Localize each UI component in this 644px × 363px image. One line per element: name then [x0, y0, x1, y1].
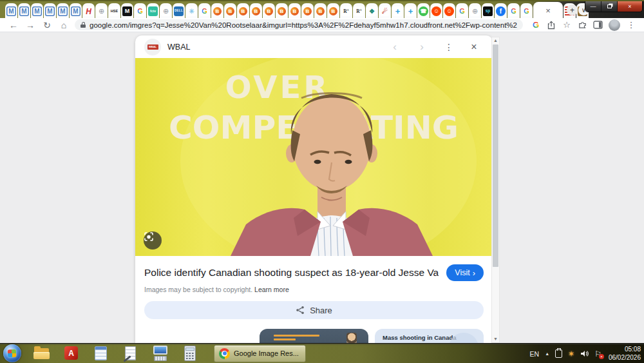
address-bar[interactable]: google.com/imgres?q=Jesse%20Van%20Rootse… [75, 19, 523, 30]
tray-clock[interactable]: 05:08 06/02/2026 [609, 346, 641, 362]
extensions-puzzle-icon[interactable] [574, 20, 590, 30]
tab-knot[interactable]: ❖ [366, 3, 378, 19]
tab-globe[interactable]: ⊕ [160, 3, 172, 19]
clipboard-tray-icon[interactable] [555, 349, 562, 358]
url-text[interactable]: google.com/imgres?q=Jesse%20Van%20Rootse… [90, 21, 517, 29]
google-lens-button[interactable] [144, 231, 162, 250]
page-scrollbar[interactable]: ▲ ▼ [491, 37, 500, 343]
scrollbar-thumb[interactable] [493, 44, 498, 267]
main-image[interactable]: OVER COMPENSATING [135, 58, 493, 256]
volume-icon[interactable] [580, 349, 589, 358]
google-extension-icon[interactable]: G [528, 21, 544, 29]
tab-bfire[interactable]: B [224, 3, 236, 19]
browser-menu-icon[interactable]: ⋮ [623, 21, 639, 29]
tab-mail[interactable]: M [18, 3, 30, 19]
bookmark-star-icon[interactable]: ☆ [559, 21, 574, 29]
tab-globe[interactable]: ⊕ [95, 3, 108, 19]
tab-bfire[interactable]: B [211, 3, 223, 19]
tab-bfire[interactable]: B [289, 3, 301, 19]
image-lightbox-panel: WBAL WBAL ‹ › ⋮ × [135, 35, 493, 343]
close-window-button[interactable]: × [618, 1, 642, 12]
next-image-button[interactable]: › [412, 41, 432, 52]
tab-bfire[interactable]: B [327, 3, 339, 19]
file-explorer-icon[interactable] [33, 346, 50, 361]
tab-mail[interactable]: M [31, 3, 43, 19]
tab-plus[interactable]: + [392, 3, 404, 19]
tab-medium[interactable]: M [121, 3, 133, 19]
windows-taskbar: A Google Image Res... EN ▲ ✶ ⚐× 05:08 06… [0, 343, 644, 363]
tab-reddit[interactable]: ☺ [443, 3, 455, 19]
start-button[interactable] [3, 344, 21, 362]
rdeg-favicon: R° [354, 6, 364, 16]
tab-bfire[interactable]: B [314, 3, 327, 19]
close-lightbox-button[interactable]: × [466, 42, 482, 52]
tab-facebook[interactable]: f [495, 3, 507, 19]
tab-globe[interactable]: ⊕ [469, 3, 481, 19]
tab-mail[interactable]: M [44, 3, 56, 19]
learn-more-link[interactable]: Learn more [254, 286, 289, 293]
tab-rdeg[interactable]: R° [353, 3, 365, 19]
tab-google[interactable]: G [456, 3, 468, 19]
tab-snow[interactable]: ✳ [185, 3, 198, 19]
tab-bfire[interactable]: B [263, 3, 275, 19]
tab-google[interactable]: G [520, 3, 533, 19]
tab-active[interactable]: × [533, 2, 563, 19]
tab-bfire[interactable]: B [237, 3, 249, 19]
tab-mail[interactable]: M [5, 3, 17, 19]
network-activity-icon[interactable]: ✶ [568, 350, 574, 358]
tab-rdeg[interactable]: R° [340, 3, 352, 19]
scroll-up-arrow[interactable]: ▲ [492, 37, 499, 44]
tab-hnews[interactable]: H [82, 3, 95, 19]
scroll-down-arrow[interactable]: ▼ [492, 336, 499, 342]
related-image-card[interactable] [144, 329, 253, 343]
tab-bfire[interactable]: B [276, 3, 288, 19]
tab-google[interactable]: G [134, 3, 146, 19]
action-center-flag-icon[interactable]: ⚐× [594, 350, 601, 358]
related-image-card[interactable]: Mass shooting in Canada [375, 329, 484, 343]
tab-mail[interactable]: M [57, 3, 69, 19]
tab-sp[interactable]: sp [482, 3, 494, 19]
home-button[interactable]: ⌂ [55, 21, 72, 30]
tab-fctv[interactable]: fctv [147, 3, 159, 19]
close-tab-icon[interactable]: × [545, 6, 551, 15]
minimize-button[interactable]: — [585, 1, 601, 12]
tab-whatsapp[interactable]: ☎ [417, 3, 430, 19]
restore-button[interactable] [601, 1, 618, 12]
tab-mail[interactable]: M [70, 3, 82, 19]
tab-bfire[interactable]: B [250, 3, 262, 19]
adobe-reader-icon[interactable]: A [63, 346, 80, 361]
previous-image-button[interactable]: ‹ [384, 41, 405, 52]
new-tab-button[interactable]: + [567, 5, 578, 15]
tab-dell[interactable]: DELL [173, 3, 185, 19]
back-button[interactable]: ← [5, 21, 22, 30]
visit-button[interactable]: Visit › [446, 264, 484, 281]
tab-reddit[interactable]: ☺ [430, 3, 442, 19]
related-image-card[interactable] [260, 329, 368, 343]
system-tray: EN ▲ ✶ ⚐× 05:08 06/02/2026 [530, 344, 641, 363]
language-indicator[interactable]: EN [530, 350, 540, 358]
taskbar-active-window-button[interactable]: Google Image Res... [214, 345, 306, 362]
share-page-icon[interactable] [544, 21, 559, 30]
tab-google[interactable]: G [507, 3, 520, 19]
tab-plus[interactable]: + [404, 3, 417, 19]
profile-avatar[interactable] [609, 19, 620, 31]
tab-hse[interactable]: HSE [108, 3, 120, 19]
source-name[interactable]: WBAL [167, 43, 378, 52]
result-title[interactable]: Police identify Canadian shooting suspec… [144, 267, 439, 279]
tab-google[interactable]: G [198, 3, 211, 19]
copyright-text: Images may be subject to copyright. [144, 286, 252, 293]
tab-bfire[interactable]: B [301, 3, 314, 19]
reload-button[interactable]: ↻ [39, 21, 55, 30]
share-button[interactable]: Share [144, 301, 484, 319]
more-options-icon[interactable]: ⋮ [439, 43, 459, 52]
calculator-icon[interactable] [182, 346, 198, 361]
windows-flag-icon [8, 349, 17, 358]
on-screen-keyboard-icon[interactable] [152, 346, 169, 361]
tab-comet[interactable]: ☄ [379, 3, 391, 19]
side-panel-icon[interactable] [590, 21, 605, 29]
notepad-icon[interactable] [93, 346, 109, 361]
forward-button[interactable]: → [22, 21, 39, 30]
lock-icon[interactable] [80, 22, 86, 28]
show-hidden-icons-icon[interactable]: ▲ [545, 351, 549, 356]
wordpad-icon[interactable] [122, 346, 139, 361]
